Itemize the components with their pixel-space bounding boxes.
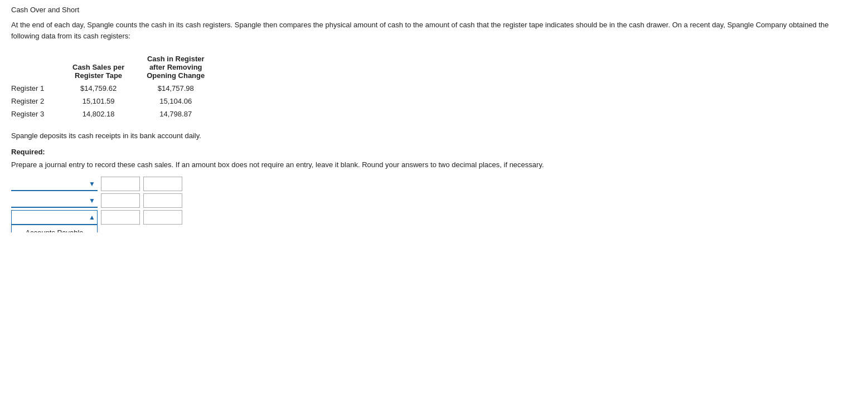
debit-input-2[interactable] xyxy=(101,193,140,208)
credit-input-2[interactable] xyxy=(143,193,182,208)
register-table: Cash Sales perRegister Tape Cash in Regi… xyxy=(11,52,221,120)
required-label: Required: xyxy=(11,148,857,156)
register-cash: 15,104.06 xyxy=(141,95,221,108)
account-dropdown-wrapper-3: Accounts Payable Cash Cash Over and Shor… xyxy=(11,210,98,225)
register-label: Register 1 xyxy=(11,82,67,95)
account-select-1[interactable]: Accounts Payable Cash Cash Over and Shor… xyxy=(11,177,98,191)
register-cash: 14,798.87 xyxy=(141,108,221,120)
journal-area: Accounts Payable Cash Cash Over and Shor… xyxy=(11,177,857,225)
register-cash: $14,757.98 xyxy=(141,82,221,95)
col3-header: Cash in Registerafter RemovingOpening Ch… xyxy=(141,52,221,82)
credit-input-1[interactable] xyxy=(143,177,182,191)
col2-header: Cash Sales perRegister Tape xyxy=(67,52,141,82)
credit-input-3[interactable] xyxy=(143,210,182,225)
account-dropdown-wrapper-1: Accounts Payable Cash Cash Over and Shor… xyxy=(11,177,98,191)
register-label: Register 2 xyxy=(11,95,67,108)
register-label: Register 3 xyxy=(11,108,67,120)
register-sales: 14,802.18 xyxy=(67,108,141,120)
account-dropdown-wrapper-2: Accounts Payable Cash Cash Over and Shor… xyxy=(11,193,98,208)
register-row: Register 3 14,802.18 14,798.87 xyxy=(11,108,221,120)
account-select-3[interactable]: Accounts Payable Cash Cash Over and Shor… xyxy=(11,210,98,225)
account-select-2[interactable]: Accounts Payable Cash Cash Over and Shor… xyxy=(11,193,98,208)
register-sales: $14,759.62 xyxy=(67,82,141,95)
dropdown-option-accounts-payable[interactable]: Accounts Payable xyxy=(12,225,97,232)
register-row: Register 2 15,101.59 15,104.06 xyxy=(11,95,221,108)
debit-input-3[interactable] xyxy=(101,210,140,225)
register-sales: 15,101.59 xyxy=(67,95,141,108)
intro-text: At the end of each day, Spangle counts t… xyxy=(11,20,857,41)
register-row: Register 1 $14,759.62 $14,757.98 xyxy=(11,82,221,95)
journal-row-1: Accounts Payable Cash Cash Over and Shor… xyxy=(11,177,857,191)
instructions: Prepare a journal entry to record these … xyxy=(11,160,857,169)
page-title: Cash Over and Short xyxy=(11,6,857,14)
deposit-note: Spangle deposits its cash receipts in it… xyxy=(11,132,857,140)
dropdown-list-3: Accounts Payable Cash Cash Over and Shor… xyxy=(11,225,98,232)
journal-row-3: Accounts Payable Cash Cash Over and Shor… xyxy=(11,210,857,225)
debit-input-1[interactable] xyxy=(101,177,140,191)
journal-row-2: Accounts Payable Cash Cash Over and Shor… xyxy=(11,193,857,208)
